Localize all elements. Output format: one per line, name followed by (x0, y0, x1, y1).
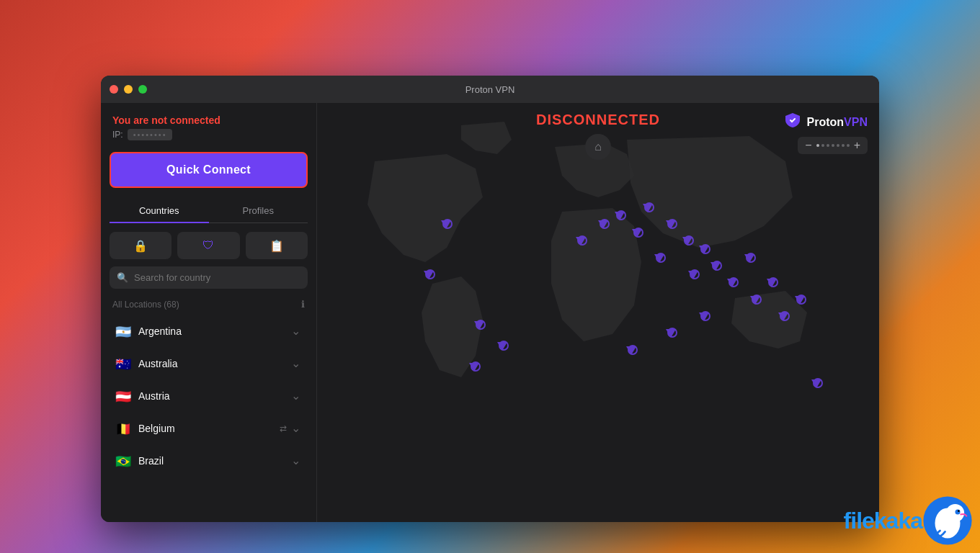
maximize-button[interactable] (138, 85, 147, 94)
vpn-marker (688, 271, 698, 279)
country-list: 🇦🇷 Argentina ⌄ 🇦🇺 Australia ⌄ 🇦🇹 (110, 315, 308, 476)
flag-belgium: 🇧🇪 (115, 423, 131, 434)
ip-label: IP: (112, 130, 123, 140)
sidebar: You are not connected IP: •••••••• Quick… (101, 103, 317, 522)
country-name: Austria (138, 390, 290, 402)
vpn-marker (699, 246, 709, 254)
vpn-marker (441, 220, 451, 229)
not-connected-label: You are not connected (112, 114, 305, 126)
country-actions: ⌄ (290, 323, 302, 339)
list-item[interactable]: 🇦🇹 Austria ⌄ (110, 380, 308, 411)
vpn-marker (795, 296, 805, 305)
search-input[interactable] (134, 272, 300, 283)
country-name: Brazil (138, 455, 290, 467)
connection-status: You are not connected IP: •••••••• (110, 114, 308, 140)
vpn-marker (666, 329, 676, 338)
filter-icons: 🔒 🛡 📋 (110, 232, 308, 259)
filekaka-watermark: filekaka (844, 495, 973, 546)
flag-brazil: 🇧🇷 (115, 455, 131, 467)
country-name: Belgium (138, 423, 280, 434)
vpn-marker (767, 279, 777, 287)
flag-argentina: 🇦🇷 (115, 325, 131, 337)
list-item[interactable]: 🇦🇷 Argentina ⌄ (110, 315, 308, 346)
window-title: Proton VPN (466, 84, 515, 95)
shield-filter-icon: 🛡 (202, 239, 214, 252)
filter-free-button[interactable]: 🔒 (110, 232, 172, 259)
vpn-marker (811, 379, 821, 388)
vpn-marker (598, 220, 608, 229)
info-icon[interactable]: ℹ (301, 299, 305, 310)
home-button[interactable]: ⌂ (585, 134, 611, 160)
country-actions: ⌄ (290, 452, 302, 469)
map-header: DISCONNECTED ⌂ (317, 112, 879, 160)
refresh-icon: ⇄ (280, 423, 287, 433)
ip-value: •••••••• (128, 129, 173, 140)
vpn-marker (666, 220, 676, 229)
all-locations: All Locations (68) ℹ (110, 296, 308, 315)
svg-point-4 (956, 510, 961, 515)
vpn-marker (750, 296, 760, 305)
search-icon: 🔍 (117, 272, 128, 283)
vpn-marker (778, 313, 788, 321)
close-button[interactable] (110, 85, 118, 94)
search-container: 🔍 (110, 266, 308, 289)
vpn-marker (710, 262, 721, 271)
filter-secure-button[interactable]: 🛡 (177, 232, 239, 259)
svg-point-5 (958, 510, 960, 512)
country-actions: ⌄ (290, 355, 302, 372)
vpn-marker (474, 321, 484, 330)
expand-belgium-button[interactable]: ⌄ (290, 420, 302, 436)
minimize-button[interactable] (124, 85, 133, 94)
vpn-marker (615, 212, 625, 220)
quick-connect-button[interactable]: Quick Connect (110, 152, 308, 188)
vpn-marker (497, 342, 507, 351)
flag-austria: 🇦🇹 (115, 390, 131, 402)
vpn-marker (682, 237, 692, 246)
vpn-marker (632, 229, 642, 238)
list-item[interactable]: 🇧🇷 Brazil ⌄ (110, 445, 308, 476)
main-content: You are not connected IP: •••••••• Quick… (101, 103, 879, 522)
world-map (317, 103, 879, 522)
tab-countries[interactable]: Countries (110, 199, 209, 223)
filter-edit-button[interactable]: 📋 (246, 232, 308, 259)
country-name: Australia (138, 358, 290, 369)
disconnected-label: DISCONNECTED (536, 112, 660, 128)
vpn-marker (727, 279, 737, 287)
vpn-marker (744, 254, 754, 263)
flag-australia: 🇦🇺 (115, 358, 131, 369)
expand-brazil-button[interactable]: ⌄ (290, 452, 302, 469)
app-window: Proton VPN You are not connected IP: •••… (101, 76, 879, 522)
title-bar: Proton VPN (101, 76, 879, 103)
expand-argentina-button[interactable]: ⌄ (290, 323, 302, 339)
filekaka-text: filekaka (844, 508, 922, 534)
traffic-lights (110, 85, 147, 94)
home-icon: ⌂ (594, 140, 602, 153)
country-actions: ⌄ (290, 387, 302, 404)
list-item[interactable]: 🇧🇪 Belgium ⇄ ⌄ (110, 413, 308, 444)
vpn-marker (424, 271, 434, 279)
country-actions: ⇄ ⌄ (280, 420, 302, 436)
vpn-marker (576, 237, 586, 246)
vpn-marker (626, 346, 636, 355)
list-item[interactable]: 🇦🇺 Australia ⌄ (110, 348, 308, 379)
map-area: DISCONNECTED ⌂ ProtonVPN (317, 103, 879, 522)
vpn-marker (469, 363, 479, 372)
lock-icon: 🔒 (133, 239, 148, 253)
ip-row: IP: •••••••• (112, 129, 305, 140)
tab-profiles[interactable]: Profiles (209, 199, 308, 223)
vpn-marker (643, 204, 653, 212)
tabs: Countries Profiles (110, 199, 308, 223)
vpn-marker (654, 254, 664, 263)
country-name: Argentina (138, 325, 290, 337)
all-locations-label: All Locations (68) (112, 300, 179, 310)
filekaka-bird-icon (922, 495, 973, 546)
vpn-marker (699, 313, 709, 321)
edit-filter-icon: 📋 (270, 239, 284, 253)
expand-australia-button[interactable]: ⌄ (290, 355, 302, 372)
svg-point-3 (946, 504, 964, 522)
expand-austria-button[interactable]: ⌄ (290, 387, 302, 404)
